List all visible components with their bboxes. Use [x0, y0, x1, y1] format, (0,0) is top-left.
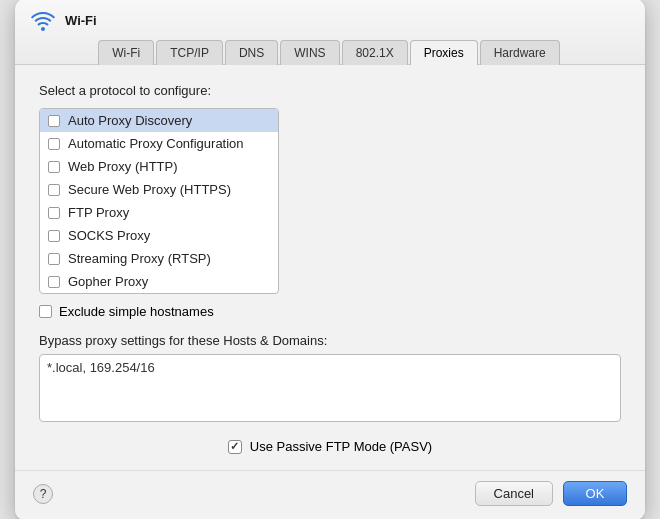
tabs-bar: Wi-Fi TCP/IP DNS WINS 802.1X Proxies Har…: [98, 39, 561, 64]
exclude-hostnames-label: Exclude simple hostnames: [59, 304, 214, 319]
titlebar-top: Wi-Fi: [29, 9, 631, 31]
automatic-proxy-config-label: Automatic Proxy Configuration: [68, 136, 244, 151]
tab-tcpip[interactable]: TCP/IP: [156, 40, 223, 65]
tab-8021x[interactable]: 802.1X: [342, 40, 408, 65]
gopher-proxy-checkbox[interactable]: [48, 276, 60, 288]
titlebar: Wi-Fi Wi-Fi TCP/IP DNS WINS 802.1X Proxi…: [15, 0, 645, 65]
protocol-list: Auto Proxy Discovery Automatic Proxy Con…: [39, 108, 279, 294]
help-button[interactable]: ?: [33, 484, 53, 504]
protocol-item-auto-proxy-discovery[interactable]: Auto Proxy Discovery: [40, 109, 278, 132]
secure-web-proxy-checkbox[interactable]: [48, 184, 60, 196]
auto-proxy-discovery-checkbox[interactable]: [48, 115, 60, 127]
tab-hardware[interactable]: Hardware: [480, 40, 560, 65]
protocol-section-label: Select a protocol to configure:: [39, 83, 621, 98]
passive-ftp-checkbox[interactable]: ✓: [228, 440, 242, 454]
secure-web-proxy-label: Secure Web Proxy (HTTPS): [68, 182, 231, 197]
socks-proxy-checkbox[interactable]: [48, 230, 60, 242]
exclude-row: Exclude simple hostnames: [39, 304, 621, 319]
bypass-label: Bypass proxy settings for these Hosts & …: [39, 333, 621, 348]
auto-proxy-discovery-label: Auto Proxy Discovery: [68, 113, 192, 128]
footer: ? Cancel OK: [15, 470, 645, 519]
protocol-item-secure-web-proxy[interactable]: Secure Web Proxy (HTTPS): [40, 178, 278, 201]
passive-ftp-row: ✓ Use Passive FTP Mode (PASV): [39, 439, 621, 454]
web-proxy-label: Web Proxy (HTTP): [68, 159, 178, 174]
wifi-icon: [29, 9, 57, 31]
protocol-item-ftp-proxy[interactable]: FTP Proxy: [40, 201, 278, 224]
protocol-item-gopher-proxy[interactable]: Gopher Proxy: [40, 270, 278, 293]
footer-buttons: Cancel OK: [475, 481, 627, 506]
window-title: Wi-Fi: [65, 13, 97, 28]
ftp-proxy-checkbox[interactable]: [48, 207, 60, 219]
help-label: ?: [40, 487, 47, 501]
gopher-proxy-label: Gopher Proxy: [68, 274, 148, 289]
main-content: Select a protocol to configure: Auto Pro…: [15, 65, 645, 470]
tab-dns[interactable]: DNS: [225, 40, 278, 65]
protocol-item-socks-proxy[interactable]: SOCKS Proxy: [40, 224, 278, 247]
checkmark-icon: ✓: [230, 441, 239, 452]
protocol-item-automatic-proxy-config[interactable]: Automatic Proxy Configuration: [40, 132, 278, 155]
cancel-button[interactable]: Cancel: [475, 481, 553, 506]
protocol-item-streaming-proxy[interactable]: Streaming Proxy (RTSP): [40, 247, 278, 270]
exclude-hostnames-checkbox[interactable]: [39, 305, 52, 318]
tab-wifi[interactable]: Wi-Fi: [98, 40, 154, 65]
protocol-item-web-proxy[interactable]: Web Proxy (HTTP): [40, 155, 278, 178]
tab-proxies[interactable]: Proxies: [410, 40, 478, 65]
ok-button[interactable]: OK: [563, 481, 627, 506]
tab-wins[interactable]: WINS: [280, 40, 339, 65]
bypass-textarea[interactable]: *.local, 169.254/16: [39, 354, 621, 422]
network-preferences-window: Wi-Fi Wi-Fi TCP/IP DNS WINS 802.1X Proxi…: [15, 0, 645, 519]
ftp-proxy-label: FTP Proxy: [68, 205, 129, 220]
streaming-proxy-label: Streaming Proxy (RTSP): [68, 251, 211, 266]
socks-proxy-label: SOCKS Proxy: [68, 228, 150, 243]
web-proxy-checkbox[interactable]: [48, 161, 60, 173]
streaming-proxy-checkbox[interactable]: [48, 253, 60, 265]
automatic-proxy-config-checkbox[interactable]: [48, 138, 60, 150]
passive-ftp-label: Use Passive FTP Mode (PASV): [250, 439, 432, 454]
